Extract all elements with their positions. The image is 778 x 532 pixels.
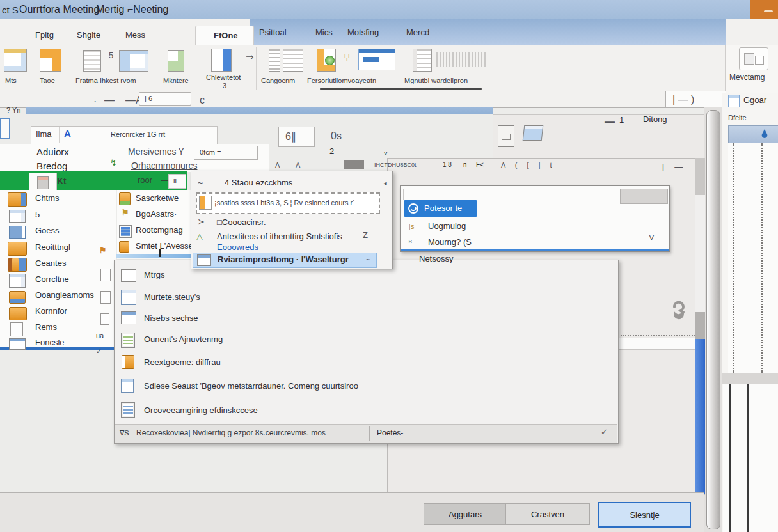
flyout-input[interactable] <box>213 196 377 210</box>
footer-field[interactable]: Poetés- <box>377 429 403 438</box>
ribbon-btn-meeting[interactable]: Mevctamg <box>729 74 765 82</box>
group-underline <box>320 88 482 90</box>
flyout-item-exceptions[interactable]: 4 Sfaou ezcckhms <box>225 178 292 188</box>
calendar-icon[interactable] <box>4 49 27 72</box>
flyout-selected-row[interactable]: Rviarcimprosttomg · l'Waselturgr ~ <box>193 253 377 268</box>
rows-icon[interactable] <box>83 50 101 72</box>
right-table-header[interactable] <box>728 125 778 145</box>
swirl-icon <box>667 299 692 325</box>
form-icon[interactable] <box>413 49 432 72</box>
dialog-scrollbar-track[interactable] <box>695 158 705 494</box>
right-panel-title[interactable]: Ggoar <box>743 96 766 106</box>
ribbon-btn-taoe[interactable]: Taoe <box>40 77 55 85</box>
dropdown-scroll-block[interactable] <box>620 189 668 204</box>
scroll-thumb-mid[interactable] <box>695 312 705 339</box>
tab-mics[interactable]: Mics <box>315 28 333 38</box>
menu-footer: ∇S Recoxeskoviea| Nvdierrfiq g ezpor 8s.… <box>115 424 617 443</box>
menu-item[interactable]: Mtrgs <box>144 270 165 280</box>
ribbon-btn-personal[interactable]: Fersorlutliomvoayeatn <box>307 77 376 85</box>
categorize-icon[interactable] <box>283 49 303 72</box>
a-glyph[interactable]: A <box>64 128 71 139</box>
tab-insert[interactable]: Shgite <box>77 31 100 40</box>
dropdown-filter-field[interactable] <box>403 189 619 200</box>
ribbon-btn-minutes[interactable]: Mkntere <box>163 77 189 85</box>
netsossy-label: Netsossy <box>419 254 453 264</box>
table-hand-icon[interactable] <box>40 49 61 72</box>
scroll-thumb-top[interactable] <box>695 158 705 195</box>
menu-item[interactable]: Orcoveeamgiring efdinskccese <box>144 406 258 416</box>
meeting-page-icon <box>744 53 754 65</box>
list-item[interactable]: Ooangieamoms <box>35 291 94 301</box>
ribbon-btn-meeting-window[interactable]: Mgnutbi wardeiipron <box>404 77 468 85</box>
menu-item[interactable]: Ounent's Ajnuvtenmg <box>144 335 223 345</box>
list-item[interactable]: Goess <box>35 226 60 236</box>
ditong-label: Ditong <box>643 115 667 125</box>
list-item[interactable]: Kornnfor <box>35 307 67 317</box>
insert-object-icon[interactable] <box>498 125 514 147</box>
response-options-icon[interactable] <box>358 49 395 70</box>
create-button[interactable]: Crastven <box>505 503 590 525</box>
strip-field[interactable]: | 6 <box>139 92 191 106</box>
invite-room-icon[interactable] <box>119 50 148 72</box>
ofcm-dropdown[interactable]: 0fcm = <box>194 146 258 160</box>
mid-list-scroll <box>116 254 191 258</box>
menu-item[interactable]: Murtete.steuy's <box>144 293 200 302</box>
minutes-icon[interactable] <box>168 50 184 72</box>
tab-message[interactable]: Mess <box>125 31 145 40</box>
menu-item[interactable]: Sdiese Seaust 'Bgeov metstarrdauner. Com… <box>144 382 358 391</box>
close-button[interactable] <box>750 0 778 19</box>
list-item[interactable]: Ceantes <box>35 259 66 269</box>
apply-button[interactable]: Aggutars <box>424 503 507 525</box>
list-item[interactable]: 5 <box>35 210 40 220</box>
ribbon-btn-calendar2[interactable]: 3 <box>223 82 226 90</box>
tab-meeting[interactable]: Motsfing <box>347 28 379 38</box>
list-item[interactable]: Corrcltne <box>35 275 69 285</box>
person-icon[interactable] <box>317 49 336 72</box>
list-item[interactable]: Chtms <box>35 194 60 203</box>
name-column-label[interactable]: Ilma <box>36 130 52 139</box>
flyout-item-attendees[interactable]: Antextiteos of ithemttirg Smtstiofis <box>217 232 342 242</box>
flag2-icon: ⚑ <box>99 246 107 256</box>
list-item[interactable]: Reoitttngl <box>35 243 70 253</box>
ribbon-btn-categorize[interactable]: Cangocnm <box>261 77 295 85</box>
ribbon-btn-mts[interactable]: Mts <box>5 77 17 85</box>
list-item[interactable]: Foncsle <box>35 338 65 348</box>
flyout-scroll-arrow[interactable]: ◂ <box>383 179 387 187</box>
dialog-window-controls[interactable]: [ — <box>662 162 687 172</box>
mid-list-item[interactable]: Smtet L'Avesse <box>136 242 193 251</box>
flyout-link[interactable]: Eooowreds <box>217 243 258 253</box>
tab-meet[interactable]: Mercd <box>406 28 429 38</box>
triangle-glyph: △ <box>196 232 203 242</box>
tab-active[interactable]: FfOne <box>195 26 254 46</box>
strip-dot[interactable]: · <box>93 96 97 107</box>
strip-dash[interactable]: — <box>104 95 115 106</box>
gutter-scrollbar[interactable] <box>706 110 720 529</box>
dropdown-item-logging[interactable]: Uogmulog <box>428 222 466 231</box>
scrollbar-blue[interactable] <box>695 339 705 494</box>
menu-item[interactable]: Reextgoeme: dilffrau <box>144 358 221 368</box>
dropdown-item-meeting[interactable]: Mourng? (S <box>428 238 472 247</box>
presence-selected[interactable]: Potesor te <box>404 200 477 217</box>
mid-list-item[interactable]: Rootcmgnag <box>136 226 183 235</box>
meeting-big-icon[interactable] <box>739 47 768 70</box>
ribbon-btn-calendar[interactable]: Chlewitetot <box>206 74 241 82</box>
glyph-box[interactable]: 6∥ <box>278 127 315 147</box>
ribbon-btn-format-invite[interactable]: Fratma Ihkest rvom <box>75 77 136 85</box>
chevron-down-icon[interactable]: ˅ <box>649 232 655 243</box>
footer-prefix: ∇S <box>120 429 129 437</box>
mid-list-item[interactable]: Sascrketwe <box>136 194 179 203</box>
strip-right-box[interactable]: | — ) <box>665 91 726 107</box>
mid-list-item[interactable]: BgoAsatrs· <box>136 210 177 219</box>
flyout-item-locations[interactable]: □Coooacinsr. <box>217 218 266 228</box>
menu-item[interactable]: Nisebs sechse <box>144 314 198 324</box>
calendar-list-icon[interactable] <box>211 49 232 72</box>
strip-c[interactable]: c <box>200 95 205 106</box>
menu-grid-icon <box>121 402 135 418</box>
send-button[interactable]: Siesntje <box>598 502 691 528</box>
selected-green-row[interactable]: AOOKt roor — <box>0 171 187 190</box>
tab-file[interactable]: Fpitg <box>35 31 54 40</box>
footer-text[interactable]: Recoxeskoviea| Nvdierrfiq g ezpor 8s.ceu… <box>136 429 330 438</box>
tab-format[interactable]: Psittoal <box>259 28 287 38</box>
list-item[interactable]: Rems <box>35 323 57 332</box>
monitor-icon[interactable] <box>523 125 544 141</box>
